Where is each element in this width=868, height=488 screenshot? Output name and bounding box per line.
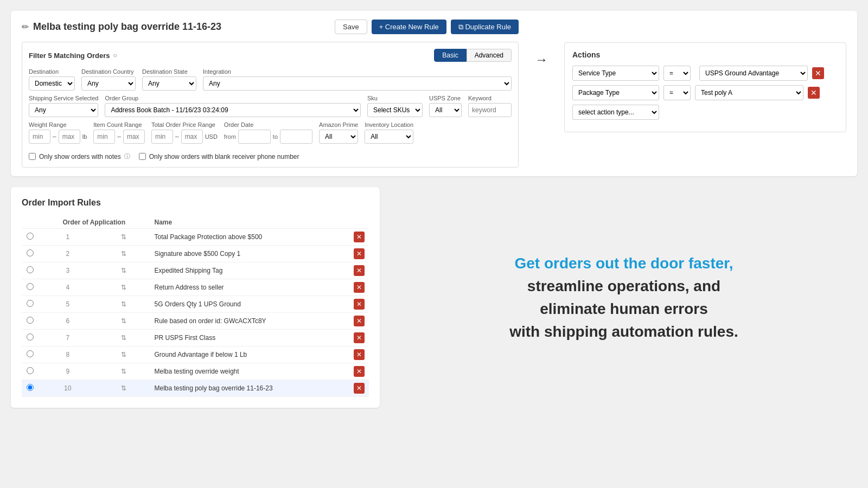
table-row: 1 ⇅ Total Package Protection above $500 … — [22, 229, 369, 246]
remove-row-9-button[interactable]: ✕ — [354, 366, 365, 377]
amazon-prime-label: Amazon Prime — [319, 121, 358, 128]
remove-row-1-button[interactable]: ✕ — [354, 232, 365, 242]
remove-row-10-button[interactable]: ✕ — [354, 383, 365, 394]
amazon-prime-select[interactable]: All — [319, 130, 358, 144]
price-currency: USD — [205, 133, 218, 140]
destination-country-select[interactable]: Any — [81, 76, 136, 91]
remove-row-4-button[interactable]: ✕ — [354, 282, 365, 293]
arrow-icon: → — [529, 20, 553, 67]
info-icon: ⓘ — [124, 152, 130, 160]
row-radio-10[interactable] — [27, 384, 34, 391]
row-radio-4[interactable] — [27, 283, 34, 290]
notes-checkbox-label: Only show orders with notes — [39, 153, 121, 160]
price-min-input[interactable] — [151, 130, 173, 144]
weight-min-input[interactable] — [29, 130, 50, 144]
sort-icon-10[interactable]: ⇅ — [98, 380, 150, 397]
actions-title: Actions — [572, 50, 838, 59]
row-name-2: Signature above $500 Copy 1 — [150, 246, 349, 262]
table-row: 5 ⇅ 5G Orders Qty 1 UPS Ground ✕ — [22, 296, 369, 313]
remove-row-3-button[interactable]: ✕ — [354, 265, 365, 276]
row-radio-6[interactable] — [27, 317, 34, 324]
row-radio-9[interactable] — [27, 367, 34, 374]
shipping-service-label: Shipping Service Selected — [29, 95, 98, 101]
row-radio-8[interactable] — [27, 350, 34, 357]
table-row: 10 ⇅ Melba testing poly bag override 11-… — [22, 380, 369, 397]
notes-checkbox[interactable] — [29, 153, 36, 160]
order-group-label: Order Group — [105, 95, 361, 101]
action-op-select-2[interactable]: = — [663, 85, 691, 100]
usps-zone-select[interactable]: All — [429, 103, 462, 117]
row-name-6: Rule based on order id: GWcACXTc8Y — [150, 313, 349, 330]
edit-icon: ✏ — [22, 22, 29, 32]
action-type-select-1[interactable]: Service Type — [572, 66, 659, 81]
sort-icon-1[interactable]: ⇅ — [98, 229, 150, 246]
action-op-select-1[interactable]: = — [663, 66, 691, 81]
action-type-select-3[interactable]: select action type... — [572, 105, 659, 120]
remove-action-2-button[interactable]: ✕ — [808, 87, 820, 99]
keyword-input[interactable] — [468, 103, 512, 117]
order-group-select[interactable]: Address Book Batch - 11/16/23 03:24:09 — [105, 103, 361, 117]
row-radio-5[interactable] — [27, 300, 34, 307]
row-name-3: Expedited Shipping Tag — [150, 262, 349, 279]
remove-row-2-button[interactable]: ✕ — [354, 248, 365, 259]
phone-checkbox[interactable] — [139, 153, 146, 160]
create-new-rule-button[interactable]: + Create New Rule — [372, 20, 446, 34]
rule-title: Melba testing poly bag override 11-16-23 — [33, 21, 221, 33]
row-name-1: Total Package Protection above $500 — [150, 229, 349, 246]
order-import-rules-panel: Order Import Rules Order of Application … — [11, 187, 380, 408]
item-count-min-input[interactable] — [93, 130, 115, 144]
sort-icon-5[interactable]: ⇅ — [98, 296, 150, 313]
sort-icon-3[interactable]: ⇅ — [98, 262, 150, 279]
item-count-label: Item Count Range — [93, 121, 145, 128]
sort-icon-7[interactable]: ⇅ — [98, 330, 150, 346]
row-radio-7[interactable] — [27, 333, 34, 341]
destination-select[interactable]: Domestic — [29, 76, 75, 91]
table-row: 2 ⇅ Signature above $500 Copy 1 ✕ — [22, 246, 369, 262]
remove-row-5-button[interactable]: ✕ — [354, 299, 365, 310]
tab-basic[interactable]: Basic — [434, 49, 466, 62]
order-date-to-input[interactable] — [280, 130, 312, 144]
price-range-label: Total Order Price Range — [151, 121, 218, 128]
inventory-location-select[interactable]: All — [365, 130, 413, 144]
loading-spinner: ○ — [113, 52, 117, 59]
duplicate-rule-button[interactable]: ⧉ Duplicate Rule — [451, 20, 519, 34]
promo-line3: eliminate human errors — [540, 300, 708, 317]
order-date-from-input[interactable] — [238, 130, 271, 144]
save-button[interactable]: Save — [335, 20, 367, 34]
sort-icon-6[interactable]: ⇅ — [98, 313, 150, 330]
sort-icon-4[interactable]: ⇅ — [98, 279, 150, 296]
sort-icon-8[interactable]: ⇅ — [98, 346, 150, 363]
destination-state-label: Destination State — [142, 68, 196, 75]
sort-icon-9[interactable]: ⇅ — [98, 363, 150, 380]
item-count-max-input[interactable] — [123, 130, 145, 144]
action-type-select-2[interactable]: Package Type — [572, 85, 659, 100]
tab-advanced[interactable]: Advanced — [467, 49, 512, 62]
sku-select[interactable]: Select SKUs — [367, 103, 423, 117]
keyword-label: Keyword — [468, 95, 512, 101]
row-radio-3[interactable] — [27, 266, 34, 273]
shipping-service-select[interactable]: Any — [29, 103, 98, 117]
remove-action-1-button[interactable]: ✕ — [812, 67, 824, 79]
row-name-9: Melba testing override weight — [150, 363, 349, 380]
promo-line1: Get orders out the door faster, — [515, 255, 733, 272]
row-num-9: 9 — [38, 363, 98, 380]
table-row: 8 ⇅ Ground Advantage if below 1 Lb ✕ — [22, 346, 369, 363]
remove-row-6-button[interactable]: ✕ — [354, 316, 365, 326]
action-value-select-1[interactable]: USPS Ground Advantage — [699, 66, 808, 81]
integration-select[interactable]: Any — [203, 76, 512, 91]
row-radio-2[interactable] — [27, 249, 34, 256]
weight-max-input[interactable] — [59, 130, 80, 144]
remove-row-7-button[interactable]: ✕ — [354, 332, 365, 343]
destination-state-select[interactable]: Any — [142, 76, 196, 91]
row-radio-1[interactable] — [27, 233, 34, 240]
sku-label: Sku — [367, 95, 423, 101]
inventory-location-label: Inventory Location — [365, 121, 413, 128]
price-max-input[interactable] — [181, 130, 203, 144]
promo-line4: with shipping automation rules. — [509, 323, 738, 340]
col-radio — [22, 216, 38, 229]
sort-icon-2[interactable]: ⇅ — [98, 246, 150, 262]
remove-row-8-button[interactable]: ✕ — [354, 349, 365, 360]
row-num-10: 10 — [38, 380, 98, 397]
action-value-select-2[interactable]: Test poly A — [695, 85, 803, 100]
usps-zone-label: USPS Zone — [429, 95, 462, 101]
